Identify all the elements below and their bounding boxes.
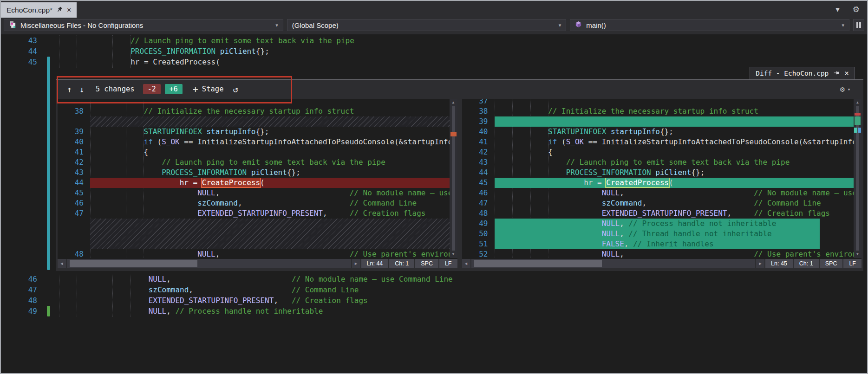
line-number: 47 (1, 284, 37, 295)
method-cube-icon (575, 21, 582, 29)
diff-settings-gear-icon[interactable]: ⚙ (840, 84, 845, 94)
scroll-down-icon[interactable]: ▼ (854, 251, 861, 258)
eol-indicator[interactable]: LF (843, 259, 861, 268)
close-icon[interactable]: × (844, 70, 849, 77)
line-number: 43 (1, 35, 37, 46)
previous-change-button[interactable]: ↑ (67, 84, 72, 94)
stage-button[interactable]: + Stage (193, 84, 224, 95)
diff-tool-window: Diff - EchoCon.cpp × ↑ ↓ 5 changes -2 +6… (56, 67, 863, 271)
line-number: 46 (462, 188, 488, 198)
next-change-button[interactable]: ↓ (79, 84, 85, 94)
line-number: 43 (462, 157, 488, 168)
editor-code-top: 43 // Launch ping to emit some text back… (1, 35, 867, 68)
code-line: 38 // Initialize the necessary startup i… (462, 106, 854, 116)
scrollbar-cursor-marker (858, 128, 861, 133)
code-line: 46 NULL, // No module name — use Command… (462, 188, 854, 198)
code-line: 44 hr = CreateProcess( (58, 178, 450, 188)
scrollbar-removed-marker (855, 113, 861, 116)
scroll-right-button[interactable]: ► (756, 259, 764, 268)
undo-button[interactable]: ↺ (233, 84, 238, 94)
vertical-scrollbar[interactable]: ▲ ▼ (854, 99, 861, 258)
code-line: 42 // Launch ping to emit some text back… (58, 157, 450, 168)
close-icon[interactable]: × (67, 6, 71, 14)
code-line: 51 FALSE, // Inherit handles (462, 239, 854, 249)
line-number: 46 (58, 198, 84, 208)
diff-window-tab[interactable]: Diff - EchoCon.cpp × (750, 67, 855, 79)
plus-icon: + (193, 84, 198, 95)
code-line: 48 EXTENDED_STARTUPINFO_PRESENT, // Crea… (1, 295, 867, 306)
scroll-up-icon[interactable]: ▲ (450, 99, 457, 106)
chevron-down-icon: ▾ (275, 22, 278, 28)
document-tab-echocon[interactable]: EchoCon.cpp* × (1, 2, 77, 18)
member-dropdown[interactable]: main() ▾ (570, 19, 849, 31)
chevron-down-icon: ▾ (842, 22, 844, 28)
line-number: 45 (58, 188, 84, 198)
line-number: 42 (58, 157, 84, 168)
scope-dropdown[interactable]: (Global Scope) ▾ (287, 19, 567, 31)
vertical-scrollbar[interactable]: ▲ ▼ (450, 99, 457, 258)
gear-icon[interactable]: ⚙ (853, 5, 860, 14)
navbar-toggle-button[interactable] (853, 19, 864, 31)
scroll-left-button[interactable]: ◄ (462, 259, 470, 268)
scrollbar-thumb[interactable] (474, 260, 602, 267)
horizontal-scrollbar[interactable] (67, 259, 351, 268)
line-number: 48 (58, 249, 84, 258)
code-line: 44 PROCESS_INFORMATION piClient{}; (462, 168, 854, 178)
code-line: 37 (462, 99, 854, 106)
scroll-right-button[interactable]: ► (352, 259, 360, 268)
line-number: 48 (462, 208, 488, 219)
pin-icon[interactable] (57, 6, 62, 14)
code-line: 45 hr = CreatedProcess( (462, 178, 854, 188)
changes-count-label: 5 changes (96, 85, 135, 93)
editor-area: 43 // Launch ping to emit some text back… (1, 34, 867, 373)
code-line: 41 { (58, 147, 450, 157)
line-indicator: Ln: 45 (765, 259, 793, 268)
eol-indicator[interactable]: LF (439, 259, 457, 268)
indent-mode-indicator[interactable]: SPC (415, 259, 438, 268)
scroll-down-icon[interactable]: ▼ (450, 251, 457, 258)
code-line: 39 (462, 116, 854, 127)
code-line: 44 PROCESS_INFORMATION piClient{}; (1, 46, 867, 57)
chevron-down-icon[interactable]: ▾ (835, 5, 840, 14)
added-count-badge: +6 (165, 84, 183, 94)
line-number: 51 (462, 239, 488, 249)
code-line: 38 // Initialize the necessary startup i… (58, 106, 450, 116)
line-number: 37 (462, 99, 488, 106)
code-line: 41 if (S_OK == InitializeStartupInfoAtta… (462, 137, 854, 147)
diff-pane-after: 3738 // Initialize the necessary startup… (462, 99, 862, 268)
diff-window-body: ↑ ↓ 5 changes -2 +6 + Stage ↺ ⚙ ▾ (56, 79, 863, 271)
line-number: 49 (462, 219, 488, 229)
code-line: 43 PROCESS_INFORMATION piClient{}; (58, 168, 450, 178)
tabstrip-controls: ▾ ⚙ (835, 1, 867, 18)
pin-icon[interactable] (834, 70, 839, 77)
chevron-down-icon[interactable]: ▾ (848, 87, 850, 92)
code-line: 46 szCommand, // Command Line (58, 198, 450, 208)
line-number: 49 (1, 306, 37, 316)
visual-studio-window: EchoCon.cpp* × ▾ ⚙ Miscellaneous Files -… (0, 0, 868, 374)
code-line: 43 // Launch ping to emit some text back… (1, 35, 867, 46)
column-indicator: Ch: 1 (794, 259, 819, 268)
line-number: 42 (462, 147, 488, 157)
line-number: 38 (58, 106, 84, 116)
project-dropdown[interactable]: Miscellaneous Files - No Configurations … (4, 19, 283, 31)
diff-placeholder-row (58, 219, 450, 249)
scrollbar-thumb[interactable] (70, 260, 197, 267)
line-number: 39 (58, 127, 84, 137)
line-number: 40 (58, 137, 84, 147)
line-number (58, 219, 84, 249)
scrollbar-thumb[interactable] (452, 106, 455, 251)
scroll-left-button[interactable]: ◄ (58, 259, 66, 268)
scrollbar-removed-marker (450, 132, 457, 136)
code-line: 43 // Launch ping to emit some text back… (462, 157, 854, 168)
scroll-up-icon[interactable]: ▲ (854, 99, 861, 106)
stage-button-label: Stage (202, 85, 224, 93)
chevron-down-icon: ▾ (559, 22, 561, 28)
line-number: 39 (462, 116, 488, 127)
scrollbar-overview-marker (854, 128, 857, 133)
code-line: 46 NULL, // No module name — use Command… (1, 274, 867, 284)
line-number: 47 (58, 208, 84, 219)
added-line-indicator (47, 306, 50, 316)
horizontal-scrollbar[interactable] (471, 259, 756, 268)
indent-mode-indicator[interactable]: SPC (820, 259, 843, 268)
line-number: 47 (462, 198, 488, 208)
